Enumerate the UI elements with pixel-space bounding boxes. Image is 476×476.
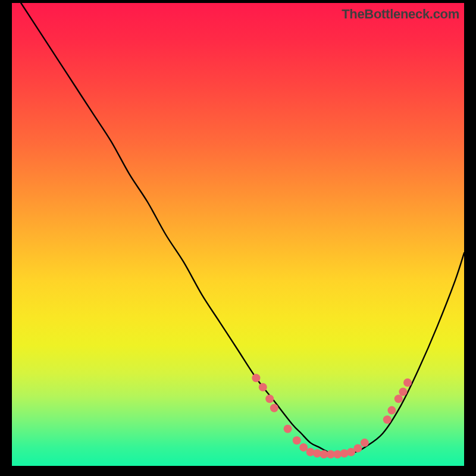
marker-dot — [387, 406, 396, 415]
marker-dot — [284, 425, 292, 433]
plot-area: TheBottleneck.com — [12, 3, 464, 466]
marker-dot — [252, 374, 260, 382]
chart-stage: TheBottleneck.com — [0, 0, 476, 476]
marker-dot — [293, 436, 301, 444]
marker-dot — [353, 444, 362, 452]
chart-overlay — [12, 3, 464, 466]
marker-dot — [361, 439, 369, 447]
marker-dot — [394, 394, 403, 403]
curve-line — [21, 3, 464, 455]
marker-group — [252, 374, 412, 458]
marker-dot — [299, 443, 308, 452]
marker-dot — [265, 394, 274, 403]
marker-dot — [399, 388, 407, 396]
marker-dot — [259, 383, 267, 392]
marker-dot — [383, 415, 392, 424]
marker-dot — [270, 404, 278, 412]
marker-dot — [403, 378, 412, 387]
